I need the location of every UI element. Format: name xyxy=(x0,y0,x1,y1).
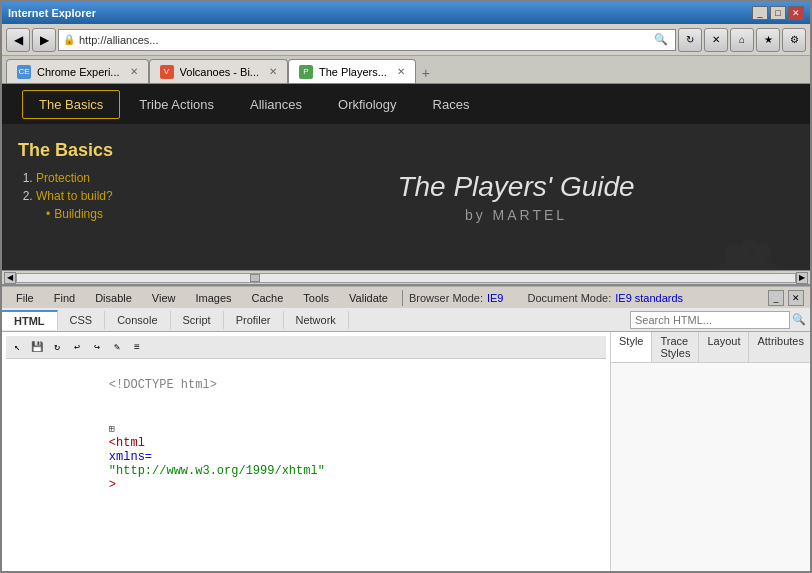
select-tool-button[interactable]: ↖ xyxy=(8,338,26,356)
nav-item-races[interactable]: Races xyxy=(416,90,487,119)
devtools-menu: File Find Disable View Images Cache Tool… xyxy=(8,290,396,306)
title-bar-text: Internet Explorer xyxy=(8,7,96,19)
menu-images[interactable]: Images xyxy=(191,290,235,306)
html-undo-button[interactable]: ↩ xyxy=(68,338,86,356)
html-panel: ↖ 💾 ↻ ↩ ↪ ✎ ≡ <!DOCTYPE html> xyxy=(2,332,610,571)
devtools-controls: _ ✕ xyxy=(768,290,804,306)
new-tab-button[interactable]: + xyxy=(416,63,436,83)
html-edit-button[interactable]: ✎ xyxy=(108,338,126,356)
site-body: The Basics Protection What to build? •Bu… xyxy=(2,124,810,270)
forward-button[interactable]: ▶ xyxy=(32,28,56,52)
sidebar-list: Protection What to build? xyxy=(18,171,206,203)
tab-favicon: CE xyxy=(17,65,31,79)
menu-validate[interactable]: Validate xyxy=(345,290,392,306)
tab-script[interactable]: Script xyxy=(171,311,224,329)
sidebar-sub-list: •Buildings xyxy=(18,207,206,221)
tab-html[interactable]: HTML xyxy=(2,310,58,330)
html-refresh-button[interactable]: ↻ xyxy=(48,338,66,356)
site-main-subtitle: by MARTEL xyxy=(465,207,567,223)
tab-favicon: P xyxy=(299,65,313,79)
tab-console[interactable]: Console xyxy=(105,311,170,329)
address-bar[interactable]: 🔒 http://alliances... 🔍 xyxy=(58,29,676,51)
scroll-right-arrow[interactable]: ▶ xyxy=(796,272,808,284)
menu-find[interactable]: Find xyxy=(50,290,79,306)
right-tab-trace[interactable]: Trace Styles xyxy=(652,332,699,362)
navigation-bar: ◀ ▶ 🔒 http://alliances... 🔍 ↻ ✕ ⌂ ★ ⚙ xyxy=(2,24,810,56)
content-area: The Basics Tribe Actions Alliances Orkfi… xyxy=(2,84,810,571)
search-icon[interactable]: 🔍 xyxy=(792,313,806,326)
nav-item-tribe[interactable]: Tribe Actions xyxy=(122,90,231,119)
menu-disable[interactable]: Disable xyxy=(91,290,136,306)
html-save-button[interactable]: 💾 xyxy=(28,338,46,356)
stop-button[interactable]: ✕ xyxy=(704,28,728,52)
nav-item-orkfiology[interactable]: Orkfiology xyxy=(321,90,414,119)
nav-item-alliances[interactable]: Alliances xyxy=(233,90,319,119)
devtools-search-container: 🔍 xyxy=(630,311,810,329)
html-search-input[interactable] xyxy=(630,311,790,329)
tab-css[interactable]: CSS xyxy=(58,311,106,329)
devtools-body: ↖ 💾 ↻ ↩ ↪ ✎ ≡ <!DOCTYPE html> xyxy=(2,332,810,571)
right-tab-layout[interactable]: Layout xyxy=(699,332,749,362)
tab-favicon: V xyxy=(160,65,174,79)
sidebar-link-what-to-build[interactable]: What to build? xyxy=(36,189,113,203)
maximize-button[interactable]: □ xyxy=(770,6,786,20)
developer-tools: File Find Disable View Images Cache Tool… xyxy=(2,284,810,571)
devtools-menu-bar: File Find Disable View Images Cache Tool… xyxy=(2,286,810,308)
expand-icon[interactable]: ⊞ xyxy=(109,424,115,435)
doc-mode-label: Document Mode: xyxy=(527,292,611,304)
scroll-left-arrow[interactable]: ◀ xyxy=(4,272,16,284)
refresh-button[interactable]: ↻ xyxy=(678,28,702,52)
devtools-tabs: HTML CSS Console Script Profiler Network… xyxy=(2,308,810,332)
tab-network[interactable]: Network xyxy=(284,311,349,329)
favorites-button[interactable]: ★ xyxy=(756,28,780,52)
minimize-button[interactable]: _ xyxy=(752,6,768,20)
browser-tabs-bar: CE Chrome Experi... ✕ V Volcanoes - Bi..… xyxy=(2,56,810,84)
site-main-title: The Players' Guide xyxy=(397,171,634,203)
menu-view[interactable]: View xyxy=(148,290,180,306)
scroll-track[interactable] xyxy=(16,273,796,283)
doctype-text: <!DOCTYPE html> xyxy=(109,378,217,392)
browser-tab-players[interactable]: P The Players... ✕ xyxy=(288,59,416,83)
address-text: http://alliances... xyxy=(79,34,651,46)
menu-tools[interactable]: Tools xyxy=(299,290,333,306)
tab-label: Volcanoes - Bi... xyxy=(180,66,260,78)
browser-mode-label: Browser Mode: xyxy=(409,292,483,304)
tab-close-icon[interactable]: ✕ xyxy=(397,66,405,77)
site-navigation: The Basics Tribe Actions Alliances Orkfi… xyxy=(2,84,810,124)
lock-icon: 🔒 xyxy=(63,34,75,45)
right-tab-attributes[interactable]: Attributes xyxy=(749,332,810,362)
address-search-icon[interactable]: 🔍 xyxy=(651,33,671,46)
right-tab-style[interactable]: Style xyxy=(611,332,652,362)
nav-item-basics[interactable]: The Basics xyxy=(22,90,120,119)
tab-label: Chrome Experi... xyxy=(37,66,120,78)
html-line-doctype: <!DOCTYPE html> xyxy=(8,363,604,407)
back-button[interactable]: ◀ xyxy=(6,28,30,52)
svg-point-0 xyxy=(749,249,755,255)
title-bar: Internet Explorer _ □ ✕ xyxy=(2,2,810,24)
home-button[interactable]: ⌂ xyxy=(730,28,754,52)
html-tag-open: <html xyxy=(109,436,152,450)
site-scrollbar[interactable]: ◀ ▶ xyxy=(2,270,810,284)
title-bar-controls: _ □ ✕ xyxy=(752,6,804,20)
html-redo-button[interactable]: ↪ xyxy=(88,338,106,356)
sidebar-link-buildings[interactable]: Buildings xyxy=(54,207,103,221)
tab-close-icon[interactable]: ✕ xyxy=(269,66,277,77)
menu-file[interactable]: File xyxy=(12,290,38,306)
tab-close-icon[interactable]: ✕ xyxy=(130,66,138,77)
menu-separator xyxy=(402,290,403,306)
html-attr-val: "http://www.w3.org/1999/xhtml" xyxy=(109,464,325,478)
bullet-icon: • xyxy=(46,207,50,221)
scroll-thumb[interactable] xyxy=(250,274,260,282)
settings-button[interactable]: ⚙ xyxy=(782,28,806,52)
close-button[interactable]: ✕ xyxy=(788,6,804,20)
html-attr-xmlns: xmlns= xyxy=(109,450,152,464)
browser-tab-volcanoes[interactable]: V Volcanoes - Bi... ✕ xyxy=(149,59,289,83)
html-more-button[interactable]: ≡ xyxy=(128,338,146,356)
devtools-minimize[interactable]: _ xyxy=(768,290,784,306)
tab-profiler[interactable]: Profiler xyxy=(224,311,284,329)
menu-cache[interactable]: Cache xyxy=(248,290,288,306)
sidebar-link-protection[interactable]: Protection xyxy=(36,171,90,185)
html-line-html[interactable]: ⊞ <html xmlns= "http://www.w3.org/1999/x… xyxy=(8,407,604,507)
browser-tab-chrome[interactable]: CE Chrome Experi... ✕ xyxy=(6,59,149,83)
devtools-close[interactable]: ✕ xyxy=(788,290,804,306)
